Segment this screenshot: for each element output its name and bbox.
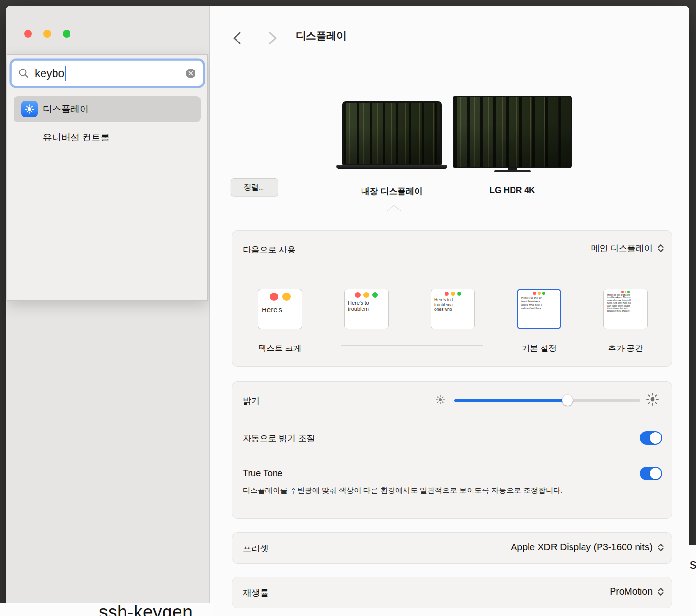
- search-results-panel: keybo 디스플레이유니버설 컨트롤: [7, 54, 208, 301]
- builtin-display-wallpaper: [342, 101, 442, 165]
- external-display-wallpaper: [453, 96, 572, 168]
- row-divider: [243, 267, 664, 267]
- preset-value: Apple XDR Display (P3-1600 nits): [511, 542, 653, 553]
- preview-text: Here's totroublem: [345, 300, 388, 312]
- section-divider: [210, 210, 689, 210]
- brightness-min-icon: [436, 395, 445, 406]
- refresh-rate-label: 재생률: [243, 587, 269, 599]
- text-cursor: [65, 66, 66, 81]
- background-right-strip: s: [689, 545, 696, 616]
- chevron-left-icon: [231, 31, 244, 45]
- laptop-base: [336, 165, 447, 169]
- auto-brightness-toggle[interactable]: [640, 431, 662, 445]
- scaling-thumbnail[interactable]: Here's totroublem: [344, 289, 389, 329]
- display-settings-card: 다음으로 사용 메인 디스플레이 Here's텍스트 크게Here's totr…: [232, 230, 672, 367]
- scaling-option-0: Here's텍스트 크게: [253, 289, 306, 354]
- scaling-option-1: Here's totroublem: [340, 289, 393, 331]
- external-display-thumbnail[interactable]: [453, 96, 572, 172]
- scaling-option-label: 기본 설정: [513, 343, 566, 354]
- preset-label: 프리셋: [243, 543, 269, 554]
- brightness-slider-track[interactable]: [454, 399, 640, 402]
- use-as-label: 다음으로 사용: [243, 244, 296, 255]
- brightness-card: 밝기: [232, 381, 672, 519]
- builtin-display-name: 내장 디스플레이: [342, 185, 442, 197]
- brightness-max-icon: [646, 393, 659, 407]
- preview-text: Here's to the crtroublemakers.ones who s…: [518, 296, 560, 310]
- toggle-knob: [650, 432, 661, 444]
- minimize-button[interactable]: [43, 30, 51, 38]
- selected-display-caret: [387, 204, 401, 213]
- mini-traffic-lights: [431, 292, 474, 296]
- true-tone-description: 디스플레이를 주변광에 맞춰 색상이 다른 환경에서도 일관적으로 보이도록 자…: [243, 483, 600, 497]
- mini-traffic-lights: [518, 292, 560, 295]
- arrange-button[interactable]: 정렬...: [231, 178, 278, 196]
- clear-search-button[interactable]: [185, 68, 196, 79]
- search-result-label: 유니버설 컨트롤: [43, 131, 110, 144]
- scaling-thumbnail[interactable]: Here's to the crazy onetroublemakers. Th…: [603, 289, 648, 329]
- true-tone-label: True Tone: [243, 468, 282, 478]
- scaling-option-label: 추가 공간: [599, 343, 652, 354]
- mini-traffic-lights: [604, 291, 647, 293]
- refresh-rate-card: 재생률 ProMotion: [232, 577, 672, 608]
- true-tone-toggle[interactable]: [640, 467, 662, 480]
- scaling-option-2: Here's to ttroublemaones who: [426, 289, 479, 331]
- search-result-1[interactable]: 유니버설 컨트롤: [14, 127, 201, 148]
- clear-icon: [185, 68, 196, 79]
- search-input[interactable]: keybo: [11, 60, 203, 86]
- use-as-popup[interactable]: 메인 디스플레이: [591, 242, 664, 254]
- scaling-thumbnail-selected[interactable]: Here's to the crtroublemakers.ones who s…: [517, 289, 561, 329]
- window-controls: [24, 30, 70, 38]
- use-as-value: 메인 디스플레이: [591, 242, 653, 254]
- search-results-list: 디스플레이유니버설 컨트롤: [7, 96, 207, 148]
- search-result-0[interactable]: 디스플레이: [14, 96, 201, 122]
- brightness-slider-thumb[interactable]: [562, 395, 573, 406]
- display-brightness-icon: [21, 101, 38, 117]
- scaling-thumbnail[interactable]: Here's: [258, 289, 302, 329]
- background-window-strip: ssh-keygen: [0, 603, 213, 616]
- forward-button[interactable]: [266, 31, 278, 47]
- scaling-option-4: Here's to the crazy onetroublemakers. Th…: [599, 289, 652, 354]
- preset-card: 프리셋 Apple XDR Display (P3-1600 nits): [232, 532, 672, 564]
- popup-chevrons-icon: [657, 243, 664, 253]
- background-terminal-text: ssh-keygen: [99, 603, 193, 616]
- preview-text: Here's to the crazy onetroublemakers. Th…: [604, 294, 647, 313]
- search-icon: [18, 68, 29, 79]
- auto-brightness-label: 자동으로 밝기 조절: [243, 433, 315, 444]
- brightness-label: 밝기: [243, 395, 260, 406]
- preview-text: Here's to ttroublemaones who: [431, 297, 474, 312]
- page-title: 디스플레이: [296, 29, 347, 42]
- zoom-button[interactable]: [63, 30, 70, 38]
- scaling-option-3: Here's to the crtroublemakers.ones who s…: [513, 289, 566, 354]
- chevron-right-icon: [266, 31, 278, 45]
- builtin-display-thumbnail[interactable]: [342, 101, 442, 169]
- mini-traffic-lights: [258, 293, 302, 301]
- toggle-knob: [650, 468, 661, 479]
- search-result-label: 디스플레이: [43, 103, 89, 115]
- mini-traffic-lights: [345, 292, 388, 298]
- close-button[interactable]: [24, 30, 32, 38]
- search-query-text: keybo: [35, 67, 64, 80]
- row-divider: [243, 458, 664, 458]
- brightness-slider-fill: [454, 399, 568, 402]
- refresh-rate-popup[interactable]: ProMotion: [610, 586, 664, 597]
- scaling-thumbnail[interactable]: Here's to ttroublemaones who: [431, 289, 475, 329]
- main-pane: 디스플레이 내장 디스플레이 LG HDR 4K 정렬... 다음으로 사용 메…: [210, 6, 689, 616]
- monitor-foot: [494, 170, 531, 172]
- system-settings-window: keybo 디스플레이유니버설 컨트롤: [6, 6, 689, 616]
- popup-chevrons-icon: [657, 543, 664, 552]
- external-display-name: LG HDR 4K: [453, 185, 572, 196]
- preview-text: Here's: [258, 306, 302, 314]
- scaling-tick-line: [341, 345, 483, 346]
- background-right-text: s: [690, 557, 696, 572]
- refresh-rate-value: ProMotion: [610, 586, 653, 597]
- scaling-option-label: 텍스트 크게: [253, 343, 306, 354]
- row-divider: [243, 419, 664, 419]
- sidebar: keybo 디스플레이유니버설 컨트롤: [6, 6, 210, 616]
- back-button[interactable]: [231, 31, 244, 47]
- popup-chevrons-icon: [657, 587, 664, 597]
- preset-popup[interactable]: Apple XDR Display (P3-1600 nits): [511, 542, 664, 553]
